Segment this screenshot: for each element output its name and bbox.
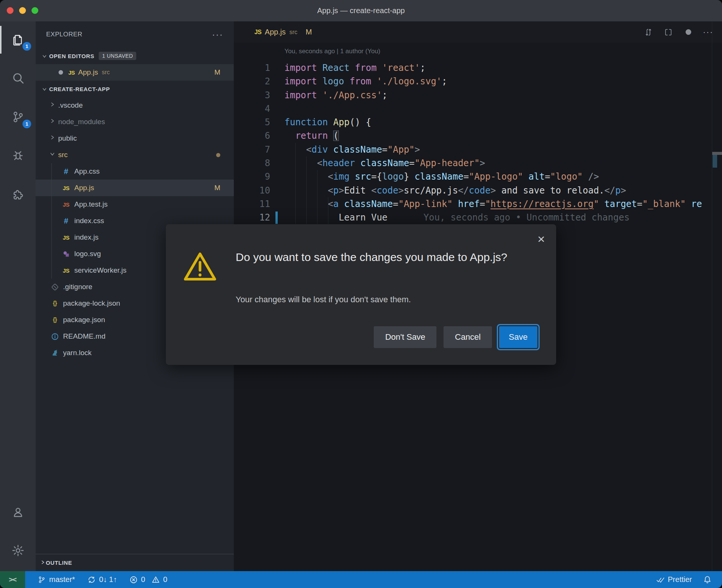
warning-triangle-icon [152,576,160,584]
activity-item-debug[interactable] [0,145,36,166]
code-area[interactable]: 1import React from 'react';2import logo … [234,61,712,225]
don-t-save-button[interactable]: Don't Save [374,326,436,348]
sync-icon [87,576,96,584]
code-line-6[interactable]: 6 return ( [234,129,712,142]
line-number: 1 [234,61,270,75]
code-line-3[interactable]: 3import './App.css'; [234,88,712,102]
activity-item-settings[interactable] [0,540,36,561]
scrollbar-slider[interactable] [712,152,722,155]
chevron-down-icon [39,86,49,92]
code-text: <img src={logo} className="App-logo" alt… [234,171,599,182]
tree-item-node-modules[interactable]: node_modules [36,114,234,130]
explorer-more-actions-icon[interactable]: ··· [212,29,223,40]
chevron-right-icon [49,101,56,110]
activity-item-source-control[interactable]: 1 [0,106,36,128]
code-line-11[interactable]: 11 <a className="App-link" href="https:/… [234,197,712,211]
open-editors-section-header[interactable]: OPEN EDITORS 1 UNSAVED [36,48,234,64]
js-file-icon: JS [68,69,75,76]
css-file-icon: # [60,216,72,225]
git-modified-gutter-marker [275,212,278,224]
overview-ruler[interactable] [712,21,722,571]
vscode-window: App.js — create-react-app 11 EXPLORER ··… [0,0,722,588]
js-file-icon: JS [60,185,72,191]
code-text: <p>Edit <code>src/App.js</code> and save… [234,185,626,196]
code-line-1[interactable]: 1import React from 'react'; [234,61,712,75]
dirty-dot-icon[interactable] [59,70,63,75]
code-line-7[interactable]: 7 <div className="App"> [234,143,712,156]
indent-guide [306,156,307,225]
code-line-5[interactable]: 5function App() { [234,116,712,129]
tree-item-label: .gitignore [63,283,92,291]
compare-changes-icon[interactable] [644,27,653,37]
tab-appjs[interactable]: JS App.js src M [234,21,312,43]
activity-badge: 1 [23,120,31,128]
errors-count: 0 [141,575,145,584]
cancel-button[interactable]: Cancel [444,326,492,348]
status-item-master-[interactable]: master* [38,575,75,584]
open-editors-label: OPEN EDITORS [49,53,94,59]
line-number: 9 [234,170,270,183]
line-number: 12 [234,211,270,224]
save-button[interactable]: Save [499,326,537,348]
tree-item-app-css[interactable]: #App.css [36,163,234,180]
yarn-file-icon [49,349,60,357]
modified-circle-icon[interactable] [683,27,693,37]
line-number: 8 [234,156,270,170]
activity-item-account[interactable] [0,502,36,523]
sidebar-title: EXPLORER [46,31,83,38]
chevron-down-icon [39,53,49,59]
line-number: 3 [234,88,270,102]
git-file-icon [49,283,60,291]
tree-item--vscode[interactable]: .vscode [36,97,234,114]
puzzle-icon [11,188,25,202]
status-item-0-1-[interactable]: 0↓ 1↑ [87,575,117,584]
close-icon[interactable]: × [537,232,545,245]
tab-git-modified-badge: M [306,28,312,36]
activity-item-extensions[interactable] [0,184,36,206]
open-editor-file-detail: src [102,69,110,76]
open-editor-item-appjs[interactable]: JS App.js src M [36,64,234,81]
line-number: 11 [234,197,270,211]
tree-item-public[interactable]: public [36,130,234,147]
gitlens-authors-codelens[interactable]: You, seconds ago | 1 author (You) [284,48,381,55]
bug-icon [11,149,25,162]
workspace-section-header[interactable]: CREATE-REACT-APP [36,81,234,97]
activity-badge: 1 [23,42,31,51]
activity-item-explorer[interactable]: 1 [0,29,36,50]
dialog-message: Your changes will be lost if you don't s… [236,295,411,304]
line-number: 7 [234,143,270,156]
git-branch-icon [11,110,25,124]
tab-file-name: App.js [265,28,286,36]
tree-item-app-js[interactable]: JSApp.jsM [36,180,234,196]
code-line-2[interactable]: 2import logo from './logo.svg'; [234,75,712,88]
outline-section-header[interactable]: OUTLINE [36,554,234,571]
tree-item-app-test-js[interactable]: JSApp.test.js [36,196,234,213]
json-file-icon: {} [49,300,60,307]
indent-guide [328,197,328,225]
gitlens-inline-blame: You, seconds ago • Uncommitted changes [388,212,630,223]
remote-indicator[interactable]: >< [0,571,25,588]
code-line-9[interactable]: 9 <img src={logo} className="App-logo" a… [234,170,712,183]
js-file-icon: JS [60,234,72,241]
tab-file-detail: src [289,29,297,36]
folder-modified-dot-icon [216,153,220,157]
line-number: 10 [234,184,270,197]
activity-bar: 11 [0,21,36,571]
js-test-file-icon: JS [60,201,72,208]
status-item-0[interactable]: 00 [129,575,167,584]
split-editor-icon[interactable] [663,27,673,37]
editor-actions: ··· [644,21,713,43]
status-item-prettier[interactable]: Prettier [656,575,692,584]
tree-item-label: index.css [74,217,104,225]
gear-icon [11,544,25,557]
code-line-10[interactable]: 10 <p>Edit <code>src/App.js</code> and s… [234,184,712,197]
status-item-bell-icon[interactable] [703,576,711,584]
activity-item-search[interactable] [0,68,36,88]
indent-guide [51,163,52,279]
code-line-4[interactable]: 4 [234,102,712,116]
tree-item-src[interactable]: src [36,147,234,163]
code-line-12[interactable]: 12 Learn VueYou, seconds ago • Uncommitt… [234,211,712,224]
code-text: <a className="App-link" href="https://re… [234,199,702,209]
git-branch-icon [38,576,46,584]
code-line-8[interactable]: 8 <header className="App-header"> [234,156,712,170]
